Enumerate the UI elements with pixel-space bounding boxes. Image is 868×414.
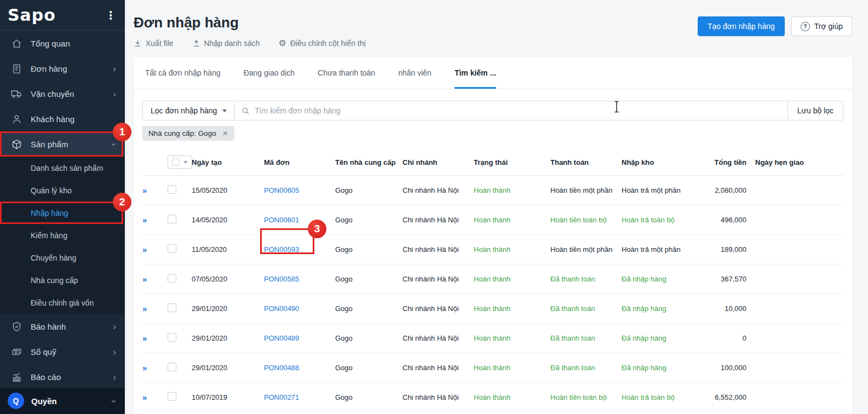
header-checkbox-cell: [168, 149, 192, 176]
sidebar-user[interactable]: Q Quyền ›: [0, 388, 125, 414]
expand-row-icon[interactable]: »: [142, 215, 147, 225]
expand-row-icon[interactable]: »: [142, 245, 147, 254]
order-code-link[interactable]: PON00593: [264, 245, 299, 254]
export-file-action[interactable]: Xuất file: [134, 39, 174, 48]
person-icon: [10, 112, 23, 125]
order-code-link[interactable]: PON00601: [264, 216, 299, 224]
expand-row-icon[interactable]: »: [142, 393, 147, 402]
table-row[interactable]: » 29/01/2020 PON00489 Gogo Chi nhánh Hà …: [142, 324, 843, 353]
row-checkbox[interactable]: [168, 244, 176, 253]
filter-dropdown-label: Lọc đơn nhập hàng: [151, 106, 217, 115]
home-icon: [10, 37, 23, 50]
select-all-dropdown[interactable]: [168, 156, 192, 169]
submenu-item-nha-cung-cap[interactable]: Nhà cung cấp: [0, 269, 125, 291]
sidebar-item-khach-hang[interactable]: Khách hàng: [0, 106, 125, 131]
row-checkbox[interactable]: [168, 185, 176, 194]
table-row[interactable]: » 15/05/2020 PON00605 Gogo Chi nhánh Hà …: [142, 176, 843, 205]
submenu-item-kiem-hang[interactable]: Kiểm hàng: [0, 224, 125, 246]
sidebar-item-don-hang[interactable]: Đơn hàng ›: [0, 56, 125, 81]
row-checkbox[interactable]: [168, 215, 176, 223]
expand-row-icon[interactable]: »: [142, 186, 147, 195]
submenu-label: Chuyển hàng: [31, 254, 76, 262]
adjust-columns-action[interactable]: ⚙ Điều chỉnh cột hiển thị: [279, 39, 366, 48]
payment-status: Đã thanh toán: [550, 304, 595, 313]
sidebar-item-bao-cao[interactable]: Báo cáo ›: [0, 364, 125, 389]
order-code-link[interactable]: PON00605: [264, 186, 299, 194]
select-all-checkbox[interactable]: [172, 158, 180, 166]
search-box: [235, 101, 788, 120]
avatar: Q: [8, 393, 24, 409]
sapo-logo[interactable]: Sapo: [8, 5, 56, 25]
row-checkbox[interactable]: [168, 303, 176, 312]
stock-status: Đã nhập hàng: [622, 275, 666, 283]
sidebar-item-van-chuyen[interactable]: Vận chuyển ›: [0, 81, 125, 106]
tab-unpaid[interactable]: Chưa thanh toán: [318, 57, 375, 89]
submenu-item-danh-sach-san-pham[interactable]: Danh sách sản phẩm: [0, 157, 125, 179]
caret-down-icon: [183, 161, 188, 164]
create-import-order-button[interactable]: Tạo đơn nhập hàng: [698, 16, 785, 36]
product-submenu: Danh sách sản phẩm Quản lý kho Nhập hàng…: [0, 157, 125, 314]
submenu-label: Kiểm hàng: [31, 231, 67, 240]
order-code-link[interactable]: PON00488: [264, 364, 299, 372]
question-icon: ?: [801, 22, 810, 31]
search-input[interactable]: [255, 106, 781, 115]
order-code-link[interactable]: PON00489: [264, 334, 299, 342]
table-row[interactable]: » 20/05/2019 PON00193 Gogo Chi nhánh Hà …: [142, 412, 843, 414]
help-button[interactable]: ? Trợ giúp: [791, 16, 852, 36]
row-checkbox[interactable]: [168, 274, 176, 283]
table-row[interactable]: » 29/01/2020 PON00490 Gogo Chi nhánh Hà …: [142, 294, 843, 324]
payment-status: Đã thanh toán: [550, 364, 595, 372]
table-row[interactable]: » 10/07/2019 PON00271 Gogo Chi nhánh Hà …: [142, 383, 843, 412]
sidebar-item-so-quy[interactable]: Sổ quỹ ›: [0, 339, 125, 364]
order-code-link[interactable]: PON00271: [264, 393, 299, 401]
table-row[interactable]: » 11/05/2020 3 PON00593 Gogo Chi nhánh H…: [142, 235, 843, 264]
submenu-label: Quản lý kho: [31, 186, 72, 195]
sidebar-item-label: Tổng quan: [31, 39, 116, 48]
tab-staff[interactable]: nhân viên: [398, 57, 432, 89]
table-row[interactable]: » 29/01/2020 PON00488 Gogo Chi nhánh Hà …: [142, 353, 843, 383]
order-code-link[interactable]: PON00490: [264, 304, 299, 313]
expand-row-icon[interactable]: »: [142, 363, 147, 372]
submenu-label: Nhập hàng: [31, 209, 68, 217]
submenu-item-nhap-hang[interactable]: Nhập hàng: [0, 202, 125, 224]
logo-bar: Sapo ⋮: [0, 0, 125, 31]
chevron-right-icon: ›: [113, 322, 116, 331]
remove-chip-icon[interactable]: ✕: [222, 129, 228, 137]
row-checkbox[interactable]: [168, 392, 176, 401]
header-buttons: Tạo đơn nhập hàng ? Trợ giúp: [698, 16, 852, 36]
order-code-link[interactable]: PON00585: [264, 275, 299, 283]
sidebar-item-bao-hanh[interactable]: Bảo hành ›: [0, 314, 125, 339]
stock-status: Đã nhập hàng: [622, 334, 666, 342]
sidebar-item-tong-quan[interactable]: Tổng quan: [0, 31, 125, 56]
order-invoice-icon: [10, 62, 23, 75]
tab-search[interactable]: Tìm kiếm ...: [455, 57, 496, 89]
submenu-item-quan-ly-kho[interactable]: Quản lý kho: [0, 179, 125, 202]
row-checkbox[interactable]: [168, 363, 176, 371]
tab-all-orders[interactable]: Tất cả đơn nhập hàng: [145, 57, 221, 89]
expand-row-icon[interactable]: »: [142, 274, 147, 284]
action-label: Điều chỉnh cột hiển thị: [290, 39, 366, 48]
submenu-item-dieu-chinh-gia-von[interactable]: Điều chỉnh giá vốn: [0, 291, 125, 314]
save-filter-button[interactable]: Lưu bộ lọc: [788, 101, 843, 120]
table-row[interactable]: » 07/05/2020 PON00585 Gogo Chi nhánh Hà …: [142, 264, 843, 294]
import-list-action[interactable]: Nhập danh sách: [192, 39, 260, 48]
tab-bar: Tất cả đơn nhập hàng Đang giao dịch Chưa…: [134, 57, 852, 89]
row-checkbox[interactable]: [168, 333, 176, 342]
kebab-menu-icon[interactable]: ⋮: [105, 10, 116, 21]
filter-dropdown[interactable]: Lọc đơn nhập hàng: [142, 101, 235, 120]
payment-status: Hoàn tiền một phần: [550, 245, 612, 254]
table-row[interactable]: » 14/05/2020 PON00601 Gogo Chi nhánh Hà …: [142, 205, 843, 235]
sidebar-item-san-pham[interactable]: Sản phẩm ›: [0, 131, 125, 157]
stock-status: Đã nhập hàng: [622, 304, 666, 313]
bar-chart-icon: [10, 370, 23, 383]
payment-status: Hoàn tiền toàn bộ: [550, 393, 607, 401]
submenu-item-chuyen-hang[interactable]: Chuyển hàng: [0, 246, 125, 269]
sidebar-item-label: Báo cáo: [31, 372, 113, 382]
status-badge: Hoàn thành: [474, 275, 510, 283]
expand-row-icon[interactable]: »: [142, 304, 147, 313]
stock-status: Hoàn trả một phần: [622, 186, 681, 194]
col-branch: Chi nhánh: [403, 149, 474, 176]
user-name: Quyền: [31, 396, 113, 406]
expand-row-icon[interactable]: »: [142, 334, 147, 343]
tab-trading[interactable]: Đang giao dịch: [244, 57, 295, 89]
